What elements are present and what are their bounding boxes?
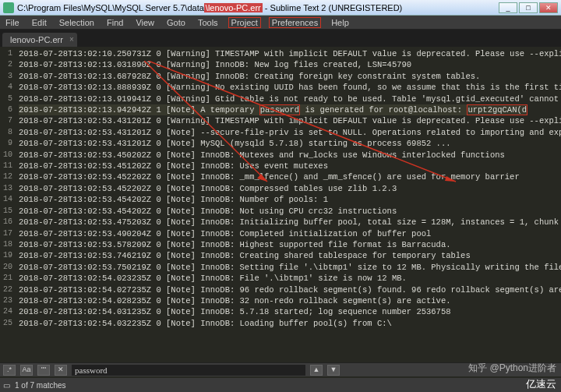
- editor-line[interactable]: 132018-07-28T13:02:53.452202Z 0 [Note] I…: [0, 183, 561, 194]
- line-text: 2018-07-28T13:02:13.919941Z 0 [Warning] …: [19, 94, 561, 104]
- maximize-button[interactable]: □: [519, 2, 538, 13]
- line-number: 11: [0, 161, 19, 171]
- editor-line[interactable]: 12018-07-28T13:02:10.250731Z 0 [Warning]…: [0, 48, 561, 59]
- line-number: 25: [0, 318, 19, 329]
- find-case-toggle[interactable]: Aa: [20, 365, 33, 376]
- editor-line[interactable]: 92018-07-28T13:02:53.431201Z 0 [Note] My…: [0, 138, 561, 149]
- minimize-button[interactable]: _: [499, 2, 517, 13]
- line-number: 14: [0, 194, 19, 205]
- match-count: 1 of 7 matches: [15, 381, 66, 390]
- editor-line[interactable]: 102018-07-28T13:02:53.450202Z 0 [Note] I…: [0, 150, 561, 161]
- status-bar: ▭ 1 of 7 matches 知乎 @Python进阶者 亿速云: [0, 378, 561, 392]
- line-text: 2018-07-28T13:02:13.888939Z 0 [Warning] …: [19, 82, 561, 93]
- line-number: 21: [0, 273, 19, 284]
- line-number: 6: [0, 104, 19, 115]
- book-icon: ▭: [3, 381, 10, 390]
- line-number: 5: [0, 94, 19, 104]
- line-number: 2: [0, 59, 19, 70]
- line-number: 22: [0, 284, 19, 295]
- tab-close-icon[interactable]: ×: [69, 35, 74, 44]
- menu-selection[interactable]: Selection: [57, 18, 97, 27]
- line-text: 2018-07-28T13:02:53.490204Z 0 [Note] Inn…: [19, 228, 431, 239]
- menu-edit[interactable]: Edit: [30, 18, 49, 27]
- editor-area[interactable]: 12018-07-28T13:02:10.250731Z 0 [Warning]…: [0, 47, 561, 374]
- watermark-zhihu: 知乎 @Python进阶者: [468, 362, 556, 375]
- menu-bar: FileEditSelectionFindViewGotoToolsProjec…: [0, 16, 561, 30]
- line-text: 2018-07-28T13:02:53.450202Z 0 [Note] Inn…: [19, 150, 505, 161]
- editor-line[interactable]: 202018-07-28T13:02:53.750219Z 0 [Note] I…: [0, 262, 561, 273]
- line-number: 7: [0, 115, 19, 126]
- editor-line[interactable]: 82018-07-28T13:02:53.431201Z 0 [Note] --…: [0, 127, 561, 138]
- line-number: 1: [0, 48, 19, 59]
- menu-goto[interactable]: Goto: [164, 18, 188, 27]
- line-text: 2018-07-28T13:02:53.431201Z 0 [Note] MyS…: [19, 138, 451, 149]
- line-text: 2018-07-28T13:02:54.031235Z 0 [Note] Inn…: [19, 306, 451, 317]
- line-number: 4: [0, 82, 19, 93]
- menu-view[interactable]: View: [133, 18, 157, 27]
- editor-line[interactable]: 72018-07-28T13:02:53.431201Z 0 [Warning]…: [0, 115, 561, 126]
- watermark-logo: 亿速云: [526, 377, 556, 391]
- window-titlebar: C:\Program Files\MySQL\MySQL Server 5.7\…: [0, 0, 561, 16]
- menu-help[interactable]: Help: [329, 18, 351, 27]
- line-number: 16: [0, 217, 19, 228]
- menu-tools[interactable]: Tools: [196, 18, 221, 27]
- line-text: 2018-07-28T13:02:13.687928Z 0 [Warning] …: [19, 71, 480, 82]
- menu-project[interactable]: Project: [228, 17, 261, 28]
- line-text: 2018-07-28T13:02:53.431201Z 0 [Warning] …: [19, 115, 561, 126]
- editor-line[interactable]: 52018-07-28T13:02:13.919941Z 0 [Warning]…: [0, 94, 561, 104]
- tab-file[interactable]: lenovo-PC.err ×: [2, 33, 77, 47]
- line-text: 2018-07-28T13:02:54.032235Z 0 [Note] Inn…: [19, 318, 392, 329]
- editor-line[interactable]: 232018-07-28T13:02:54.028235Z 0 [Note] I…: [0, 295, 561, 306]
- line-text: 2018-07-28T13:02:53.452202Z 0 [Note] Inn…: [19, 171, 520, 182]
- find-close-button[interactable]: ✕: [55, 365, 67, 376]
- editor-line[interactable]: 192018-07-28T13:02:53.746219Z 0 [Note] I…: [0, 250, 561, 261]
- line-number: 8: [0, 127, 19, 138]
- line-number: 13: [0, 183, 19, 194]
- line-number: 9: [0, 138, 19, 149]
- editor-line[interactable]: 42018-07-28T13:02:13.888939Z 0 [Warning]…: [0, 82, 561, 93]
- line-number: 10: [0, 150, 19, 161]
- editor-line[interactable]: 32018-07-28T13:02:13.687928Z 0 [Warning]…: [0, 71, 561, 82]
- line-text: 2018-07-28T13:02:53.452202Z 0 [Note] Inn…: [19, 183, 397, 194]
- editor-line[interactable]: 172018-07-28T13:02:53.490204Z 0 [Note] I…: [0, 228, 561, 239]
- editor-line[interactable]: 22018-07-28T13:02:13.031890Z 0 [Warning]…: [0, 59, 561, 70]
- editor-line[interactable]: 62018-07-28T13:02:13.942942Z 1 [Note] A …: [0, 104, 561, 115]
- highlighted-password-label: password: [259, 104, 300, 115]
- line-text: 2018-07-28T13:02:53.578209Z 0 [Note] Inn…: [19, 239, 451, 250]
- tab-bar: lenovo-PC.err ×: [0, 30, 561, 47]
- line-number: 17: [0, 228, 19, 239]
- find-next-button[interactable]: ▼: [327, 365, 340, 376]
- editor-line[interactable]: 252018-07-28T13:02:54.032235Z 0 [Note] I…: [0, 318, 561, 329]
- highlighted-password-value: urpt2gqCAN(d: [467, 104, 527, 115]
- line-text: 2018-07-28T13:02:53.454202Z 0 [Note] Inn…: [19, 194, 328, 205]
- editor-line[interactable]: 112018-07-28T13:02:53.451202Z 0 [Note] I…: [0, 161, 561, 171]
- close-button[interactable]: ✕: [539, 2, 558, 13]
- line-number: 20: [0, 262, 19, 273]
- menu-file[interactable]: File: [3, 18, 22, 27]
- line-text: 2018-07-28T13:02:53.451202Z 0 [Note] Inn…: [19, 161, 328, 171]
- line-text: 2018-07-28T13:02:53.431201Z 0 [Note] --s…: [19, 127, 561, 138]
- window-title: C:\Program Files\MySQL\MySQL Server 5.7\…: [17, 3, 499, 12]
- editor-line[interactable]: 152018-07-28T13:02:53.454202Z 0 [Note] I…: [0, 206, 561, 217]
- find-input[interactable]: [72, 365, 305, 376]
- editor-line[interactable]: 212018-07-28T13:02:54.023235Z 0 [Note] I…: [0, 273, 561, 284]
- editor-line[interactable]: 222018-07-28T13:02:54.027235Z 0 [Note] I…: [0, 284, 561, 295]
- editor-line[interactable]: 162018-07-28T13:02:53.475203Z 0 [Note] I…: [0, 217, 561, 228]
- line-text: 2018-07-28T13:02:53.454202Z 0 [Note] Inn…: [19, 206, 397, 217]
- line-text: 2018-07-28T13:02:13.942942Z 1 [Note] A t…: [19, 104, 527, 115]
- editor-line[interactable]: 182018-07-28T13:02:53.578209Z 0 [Note] I…: [0, 239, 561, 250]
- line-text: 2018-07-28T13:02:54.027235Z 0 [Note] Inn…: [19, 284, 561, 295]
- line-number: 24: [0, 306, 19, 317]
- menu-preferences[interactable]: Preferences: [269, 17, 321, 28]
- line-number: 18: [0, 239, 19, 250]
- editor-line[interactable]: 242018-07-28T13:02:54.031235Z 0 [Note] I…: [0, 306, 561, 317]
- editor-line[interactable]: 122018-07-28T13:02:53.452202Z 0 [Note] I…: [0, 171, 561, 182]
- find-regex-toggle[interactable]: .*: [3, 365, 16, 376]
- line-number: 15: [0, 206, 19, 217]
- editor-line[interactable]: 142018-07-28T13:02:53.454202Z 0 [Note] I…: [0, 194, 561, 205]
- find-prev-button[interactable]: ▲: [310, 365, 323, 376]
- line-number: 19: [0, 250, 19, 261]
- find-word-toggle[interactable]: "": [37, 365, 50, 376]
- menu-find[interactable]: Find: [104, 18, 125, 27]
- line-text: 2018-07-28T13:02:54.028235Z 0 [Note] Inn…: [19, 295, 451, 306]
